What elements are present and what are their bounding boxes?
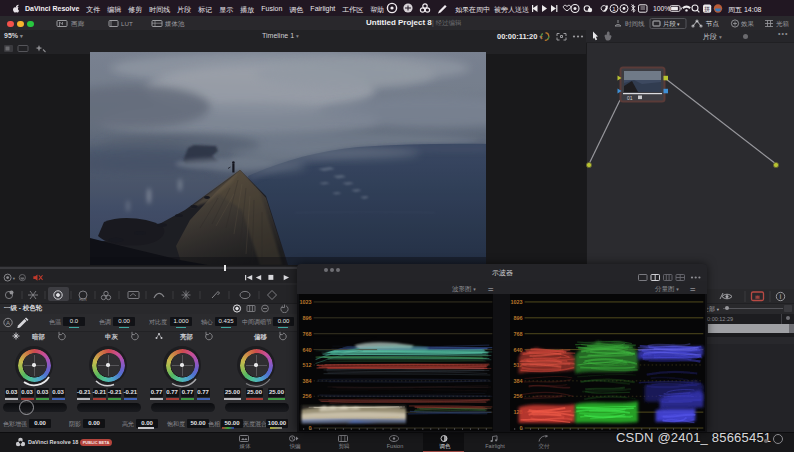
svg-text:384: 384 — [303, 378, 312, 384]
svg-text:256: 256 — [514, 393, 523, 399]
svg-text:896: 896 — [514, 315, 523, 321]
svg-text:512: 512 — [303, 362, 312, 368]
svg-text:0: 0 — [309, 425, 312, 431]
svg-text:256: 256 — [303, 393, 312, 399]
svg-text:384: 384 — [514, 378, 523, 384]
svg-text:768: 768 — [303, 331, 312, 337]
svg-text:640: 640 — [303, 347, 312, 353]
svg-text:1023: 1023 — [299, 299, 311, 305]
svg-text:896: 896 — [303, 315, 312, 321]
svg-text:768: 768 — [514, 331, 523, 337]
svg-text:0: 0 — [520, 425, 523, 431]
svg-text:1023: 1023 — [510, 299, 522, 305]
